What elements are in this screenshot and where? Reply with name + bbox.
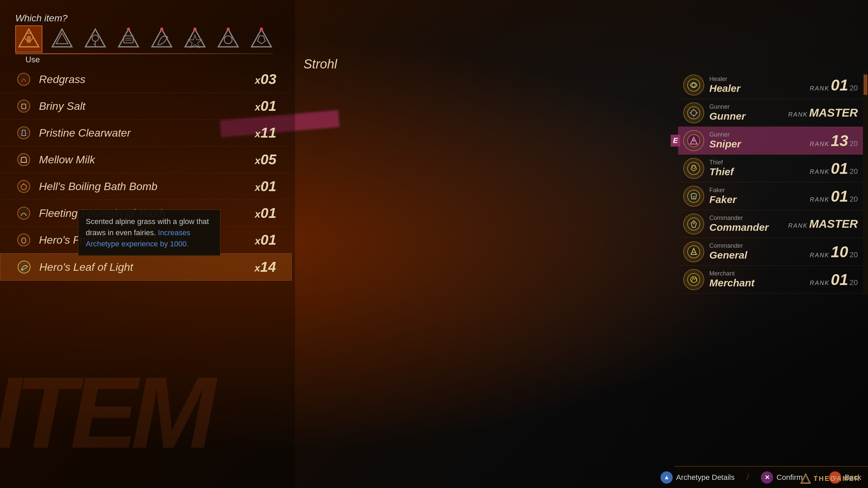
svg-point-13 (127, 27, 130, 30)
item-name-briny-salt: Briny Salt (39, 100, 236, 113)
tab-use[interactable] (15, 25, 42, 53)
item-row-mellow-milk[interactable]: Mellow Milk x05 (0, 146, 292, 173)
svg-point-49 (688, 190, 700, 202)
archetype-details-action[interactable]: ▲ Archetype Details (660, 471, 734, 484)
commander-type: Commander (709, 215, 788, 222)
item-watermark: ITEM (0, 354, 209, 471)
svg-point-39 (688, 107, 700, 119)
briny-salt-icon (15, 98, 32, 115)
item-name-leaf-light: Hero's Leaf of Light (39, 261, 235, 273)
item-count-fruit-seed: x01 (236, 232, 276, 248)
tab-leaf[interactable] (148, 25, 175, 53)
item-count-mellow-milk: x05 (236, 151, 276, 168)
svg-point-54 (693, 222, 695, 224)
general-type: Commander (709, 242, 810, 249)
svg-point-18 (193, 27, 196, 30)
gunner-rank: RANK MASTER (788, 106, 858, 119)
svg-point-29 (18, 180, 30, 192)
item-count-fountain-youth: x01 (236, 205, 276, 221)
archetype-row-sniper[interactable]: E Gunner Sniper RANK 13 20 (678, 127, 863, 155)
thief-archetype-icon (683, 158, 704, 179)
svg-point-37 (688, 79, 700, 91)
gunner-archetype-icon (683, 102, 704, 123)
svg-point-35 (18, 261, 30, 273)
mellow-milk-icon (15, 151, 32, 168)
svg-point-6 (92, 35, 99, 41)
tab-star[interactable] (181, 25, 209, 53)
archetype-row-healer[interactable]: Healer Healer RANK 01 20 (678, 71, 863, 99)
cross-button[interactable]: ✕ (761, 471, 773, 484)
sniper-archetype-icon (683, 130, 704, 151)
archetype-row-gunner[interactable]: Gunner Gunner RANK MASTER (678, 99, 863, 127)
healer-archetype-icon (683, 75, 704, 96)
archetype-row-general[interactable]: Commander General RANK 10 20 (678, 238, 863, 266)
archetype-list: Healer Healer RANK 01 20 Gunner Gunner R (678, 71, 863, 293)
commander-info: Commander Commander (709, 215, 788, 233)
merchant-name: Merchant (709, 277, 810, 289)
svg-point-46 (692, 139, 695, 142)
bath-bomb-icon (15, 178, 32, 195)
general-info: Commander General (709, 242, 810, 261)
svg-point-27 (18, 127, 30, 139)
fruit-seed-icon (15, 231, 32, 248)
faker-name: Faker (709, 194, 810, 205)
svg-point-55 (688, 246, 700, 258)
svg-point-20 (224, 36, 232, 44)
merchant-rank: RANK 01 20 (810, 270, 858, 289)
archetype-details-label: Archetype Details (676, 473, 734, 482)
tab-gem[interactable] (48, 25, 76, 53)
svg-marker-19 (218, 29, 238, 47)
item-count-redgrass: x03 (236, 71, 276, 87)
item-row-bath-bomb[interactable]: Hell's Boiling Bath Bomb x01 (0, 173, 292, 200)
archetype-row-thief[interactable]: Thief Thief RANK 01 20 (678, 155, 863, 182)
left-panel: Which item? (0, 0, 295, 488)
faker-rank: RANK 01 20 (810, 187, 858, 205)
tab-scroll[interactable] (115, 25, 142, 53)
tab-key[interactable] (82, 25, 109, 53)
item-row-clearwater[interactable]: Pristine Clearwater x11 (0, 120, 292, 146)
logo-area: THEGAMER (800, 473, 861, 484)
archetype-row-merchant[interactable]: Merchant Merchant RANK 01 20 (678, 266, 863, 293)
thief-rank: RANK 01 20 (810, 159, 858, 178)
gunner-type: Gunner (709, 103, 788, 110)
confirm-action[interactable]: ✕ Confirm (761, 471, 803, 484)
item-name-redgrass: Redgrass (39, 73, 236, 86)
svg-point-47 (688, 162, 700, 175)
thief-name: Thief (709, 166, 810, 178)
healer-rank: RANK 01 20 (810, 76, 858, 94)
item-name-bath-bomb: Hell's Boiling Bath Bomb (39, 180, 236, 193)
triangle-button[interactable]: ▲ (660, 471, 673, 484)
thief-info: Thief Thief (709, 159, 810, 178)
fountain-youth-icon (15, 205, 32, 222)
healer-type: Healer (709, 76, 810, 83)
merchant-info: Merchant Merchant (709, 270, 810, 289)
character-name: Strohl (303, 57, 337, 72)
merchant-archetype-icon (683, 269, 704, 290)
svg-point-28 (18, 154, 30, 166)
commander-archetype-icon (683, 214, 704, 235)
svg-rect-2 (27, 36, 31, 43)
commander-rank: RANK MASTER (788, 217, 858, 230)
sniper-rank: RANK 13 20 (810, 131, 858, 150)
svg-marker-3 (52, 29, 72, 47)
archetype-row-commander[interactable]: Commander Commander RANK MASTER (678, 210, 863, 238)
item-row-briny-salt[interactable]: Briny Salt x01 (0, 93, 292, 120)
item-row-leaf-light[interactable]: Hero's Leaf of Light x14 (0, 253, 292, 281)
tab-other2[interactable] (248, 25, 275, 53)
item-name-mellow-milk: Mellow Milk (39, 154, 236, 166)
clearwater-icon (15, 124, 32, 141)
scrollbar-thumb[interactable] (864, 75, 867, 95)
logo-icon (800, 473, 811, 484)
sniper-info: Gunner Sniper (709, 131, 810, 150)
tabs-row (15, 25, 275, 53)
healer-info: Healer Healer (709, 76, 810, 94)
svg-point-15 (160, 27, 163, 30)
healer-name: Healer (709, 83, 810, 94)
gunner-name: Gunner (709, 110, 788, 122)
item-row-redgrass[interactable]: Redgrass x03 (0, 66, 292, 93)
use-label: Use (25, 55, 40, 64)
archetype-row-faker[interactable]: Faker Faker RANK 01 20 (678, 182, 863, 210)
e-badge: E (671, 135, 680, 146)
archetype-scrollbar[interactable] (863, 71, 868, 295)
tab-other1[interactable] (215, 25, 242, 53)
